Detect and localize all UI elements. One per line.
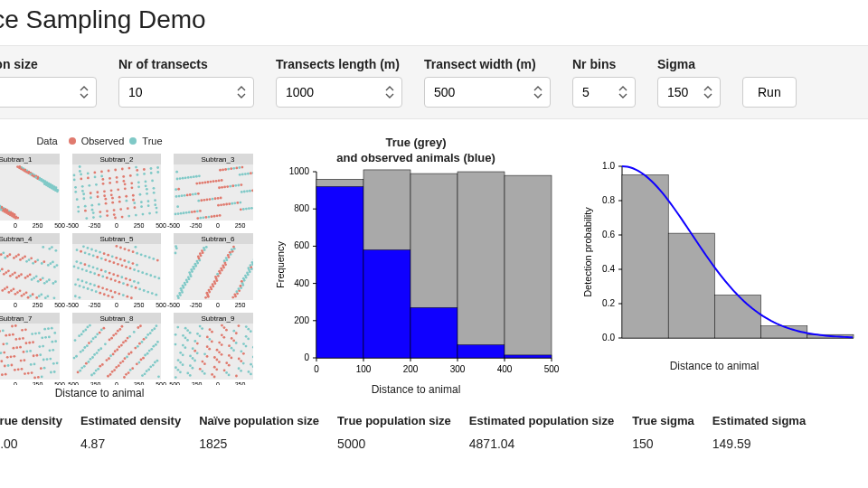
- input-n-bins[interactable]: [572, 77, 636, 108]
- svg-point-275: [202, 216, 204, 219]
- svg-point-1054: [232, 330, 235, 333]
- svg-point-261: [241, 174, 244, 176]
- svg-point-862: [152, 345, 155, 348]
- svg-point-527: [125, 266, 127, 268]
- svg-point-939: [145, 336, 147, 339]
- svg-point-283: [203, 181, 206, 183]
- svg-point-892: [138, 343, 141, 345]
- svg-point-803: [40, 367, 42, 370]
- svg-text:250: 250: [235, 381, 246, 385]
- svg-point-568: [96, 267, 99, 270]
- page-title: ance Sampling Demo: [0, 0, 868, 45]
- svg-point-687: [244, 275, 247, 277]
- svg-point-702: [199, 252, 202, 255]
- svg-point-984: [232, 349, 235, 352]
- svg-point-992: [176, 326, 179, 329]
- svg-point-692: [201, 249, 203, 252]
- svg-point-795: [20, 360, 23, 362]
- input-pop-size[interactable]: [0, 77, 97, 108]
- svg-point-703: [190, 268, 193, 271]
- svg-point-384: [30, 257, 33, 259]
- svg-text:-500: -500: [66, 222, 79, 229]
- svg-point-253: [240, 208, 242, 211]
- svg-point-165: [135, 214, 137, 217]
- svg-point-320: [233, 202, 236, 204]
- svg-point-519: [114, 279, 117, 282]
- svg-point-349: [176, 205, 179, 208]
- svg-point-579: [111, 255, 114, 258]
- legend-dot-true: [129, 137, 137, 145]
- svg-point-285: [247, 173, 250, 175]
- svg-point-1047: [250, 363, 252, 366]
- label-n-bins: Nr bins: [572, 57, 636, 71]
- svg-point-259: [198, 182, 201, 184]
- detect-plot: 0.00.20.40.60.81.0Detection probability …: [579, 161, 850, 399]
- svg-point-306: [188, 211, 191, 214]
- svg-point-540: [143, 289, 146, 292]
- svg-point-767: [34, 333, 37, 335]
- svg-point-437: [41, 262, 43, 265]
- svg-point-884: [114, 350, 117, 352]
- svg-point-367: [6, 286, 9, 289]
- svg-text:0: 0: [115, 222, 118, 229]
- svg-point-473: [27, 296, 30, 299]
- svg-point-507: [98, 274, 100, 277]
- svg-point-169: [90, 204, 93, 207]
- svg-point-1019: [232, 340, 235, 343]
- svg-point-955: [109, 373, 112, 376]
- svg-point-871: [148, 350, 151, 352]
- results-value: 1825: [199, 433, 335, 455]
- svg-point-985: [193, 360, 196, 362]
- input-t-width[interactable]: [424, 77, 551, 108]
- svg-point-831: [25, 342, 28, 344]
- svg-point-949: [112, 352, 115, 355]
- svg-point-161: [93, 172, 96, 174]
- svg-point-564: [90, 249, 93, 251]
- svg-point-1045: [242, 343, 245, 345]
- input-t-length[interactable]: [276, 77, 402, 108]
- run-button[interactable]: Run: [742, 77, 797, 108]
- svg-point-354: [199, 210, 202, 212]
- svg-point-997: [238, 324, 241, 327]
- svg-text:Subtran_2: Subtran_2: [100, 155, 134, 164]
- svg-point-809: [13, 347, 15, 350]
- svg-point-328: [235, 167, 238, 170]
- svg-point-1006: [228, 364, 231, 367]
- svg-point-139: [80, 174, 82, 176]
- svg-point-408: [49, 262, 52, 265]
- svg-point-343: [218, 180, 221, 183]
- svg-point-420: [16, 291, 19, 294]
- svg-point-128: [73, 174, 76, 177]
- svg-point-956: [80, 333, 83, 336]
- svg-point-291: [206, 199, 209, 202]
- svg-text:250: 250: [33, 222, 43, 229]
- svg-point-748: [51, 327, 53, 330]
- svg-point-498: [85, 269, 88, 272]
- svg-point-147: [77, 206, 80, 209]
- svg-point-94: [16, 165, 19, 168]
- svg-point-822: [24, 372, 26, 375]
- svg-point-442: [13, 257, 15, 259]
- input-sigma[interactable]: [657, 77, 721, 108]
- svg-point-526: [124, 248, 127, 250]
- svg-point-594: [132, 262, 135, 265]
- svg-point-930: [149, 332, 152, 334]
- svg-point-727: [19, 346, 22, 349]
- svg-text:0: 0: [115, 302, 118, 308]
- results-header: True density: [0, 410, 79, 431]
- svg-point-175: [110, 189, 113, 192]
- input-n-transects[interactable]: [118, 77, 254, 108]
- svg-point-1042: [189, 364, 192, 367]
- svg-point-254: [176, 178, 179, 181]
- svg-point-294: [185, 211, 188, 214]
- svg-point-142: [90, 192, 92, 194]
- ctrl-sigma: Sigma: [657, 57, 721, 108]
- svg-point-853: [156, 341, 159, 343]
- svg-point-557: [81, 280, 84, 283]
- svg-point-438: [52, 282, 54, 285]
- svg-point-714: [180, 287, 183, 290]
- svg-point-530: [129, 267, 132, 270]
- svg-point-506: [96, 256, 99, 258]
- svg-point-854: [127, 352, 130, 355]
- ctrl-n-bins: Nr bins: [572, 57, 636, 108]
